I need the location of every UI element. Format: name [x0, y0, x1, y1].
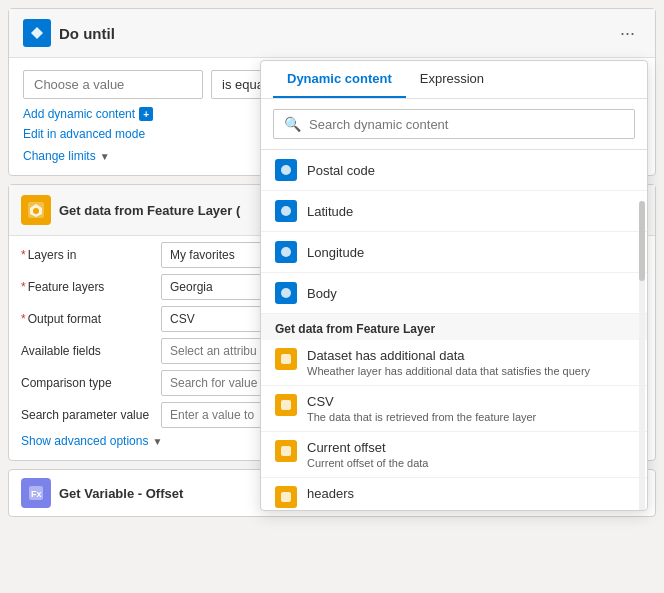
item-icon [275, 348, 297, 370]
search-input[interactable] [309, 117, 624, 132]
output-format-label: *Output format [21, 312, 161, 326]
list-item[interactable]: Dataset has additional data Wheather lay… [261, 340, 647, 386]
item-icon [275, 440, 297, 462]
item-label: Latitude [307, 204, 353, 219]
list-item[interactable]: Current offset Current offset of the dat… [261, 432, 647, 478]
list-item[interactable]: CSV The data that is retrieved from the … [261, 386, 647, 432]
chevron-down-icon: ▼ [100, 151, 110, 162]
choose-value-input[interactable] [23, 70, 203, 99]
panel-list: Postal code Latitude Longitude Body Get … [261, 150, 647, 510]
list-item[interactable]: Latitude [261, 191, 647, 232]
panel-section-header: Get data from Feature Layer [261, 314, 647, 340]
chevron-down-icon: ▼ [152, 436, 162, 447]
svg-rect-8 [281, 354, 291, 364]
item-icon [275, 159, 297, 181]
item-label: Current offset [307, 440, 428, 455]
list-item[interactable]: Longitude [261, 232, 647, 273]
svg-text:Fx: Fx [31, 489, 42, 499]
item-icon [275, 200, 297, 222]
item-sublabel: Wheather layer has additional data that … [307, 365, 590, 377]
required-star: * [21, 248, 26, 262]
item-label: headers [307, 486, 354, 501]
svg-point-6 [281, 247, 291, 257]
scrollbar-thumb[interactable] [639, 201, 645, 281]
svg-point-5 [281, 206, 291, 216]
tab-expression[interactable]: Expression [406, 61, 498, 98]
card-title: Do until [59, 25, 115, 42]
header-left: Do until [23, 19, 115, 47]
search-icon: 🔍 [284, 116, 301, 132]
layers-in-label: *Layers in [21, 248, 161, 262]
feature-title: Get data from Feature Layer ( [59, 203, 240, 218]
item-label: Longitude [307, 245, 364, 260]
feature-layers-label: *Feature layers [21, 280, 161, 294]
item-sublabel: Current offset of the data [307, 457, 428, 469]
svg-point-4 [281, 165, 291, 175]
scrollbar-track[interactable] [639, 201, 645, 511]
item-label: Body [307, 286, 337, 301]
dynamic-content-panel: Dynamic content Expression 🔍 Postal code… [260, 60, 648, 511]
item-sublabel: The data that is retrieved from the feat… [307, 411, 536, 423]
item-label: CSV [307, 394, 536, 409]
feature-icon [21, 195, 51, 225]
available-fields-label: Available fields [21, 344, 161, 358]
item-label: Dataset has additional data [307, 348, 590, 363]
tab-dynamic-content[interactable]: Dynamic content [273, 61, 406, 98]
add-icon: + [139, 107, 153, 121]
svg-rect-11 [281, 492, 291, 502]
svg-point-7 [281, 288, 291, 298]
card-icon [23, 19, 51, 47]
comparison-type-label: Comparison type [21, 376, 161, 390]
panel-search-container: 🔍 [261, 99, 647, 150]
list-item[interactable]: Body [261, 273, 647, 314]
panel-tabs: Dynamic content Expression [261, 61, 647, 99]
item-icon [275, 241, 297, 263]
search-parameter-label: Search parameter value [21, 408, 161, 422]
svg-rect-10 [281, 446, 291, 456]
item-icon [275, 486, 297, 508]
bottom-card-icon: Fx [21, 478, 51, 508]
required-star: * [21, 312, 26, 326]
card-header: Do until ··· [9, 9, 655, 58]
item-icon [275, 394, 297, 416]
list-item[interactable]: headers [261, 478, 647, 510]
card-menu-button[interactable]: ··· [614, 21, 641, 46]
bottom-card-title: Get Variable - Offset [59, 486, 183, 501]
list-item[interactable]: Postal code [261, 150, 647, 191]
item-icon [275, 282, 297, 304]
required-star: * [21, 280, 26, 294]
item-label: Postal code [307, 163, 375, 178]
svg-rect-9 [281, 400, 291, 410]
svg-point-1 [33, 208, 39, 214]
search-box: 🔍 [273, 109, 635, 139]
add-dynamic-label: Add dynamic content [23, 107, 135, 121]
